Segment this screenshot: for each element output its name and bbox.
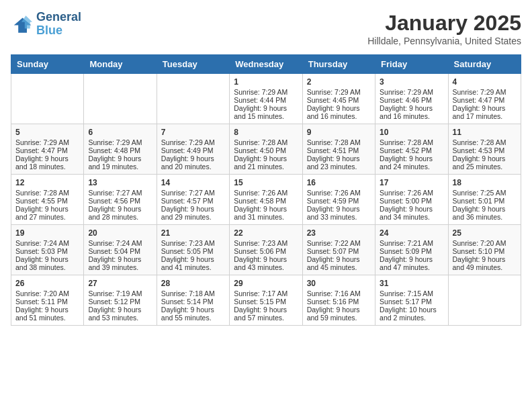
day-info-line: Daylight: 9 hours: [161, 255, 225, 263]
day-info-line: Daylight: 9 hours: [161, 205, 225, 213]
weekday-header: Tuesday: [157, 55, 229, 74]
day-number: 23: [307, 228, 371, 238]
day-info-line: and 2 minutes.: [380, 314, 443, 322]
day-number: 2: [307, 77, 371, 87]
day-number: 17: [380, 178, 443, 187]
day-number: 3: [380, 77, 443, 87]
logo-text: General Blue: [36, 11, 81, 38]
day-info-line: Daylight: 9 hours: [307, 255, 371, 263]
day-info-line: Sunset: 4:51 PM: [307, 146, 371, 154]
calendar-week-row: 1Sunrise: 7:29 AMSunset: 4:44 PMDaylight…: [11, 74, 521, 124]
day-info-line: Sunset: 4:57 PM: [161, 197, 225, 205]
day-info-line: Daylight: 9 hours: [380, 255, 443, 263]
calendar-day-cell: 28Sunrise: 7:18 AMSunset: 5:14 PMDayligh…: [157, 275, 229, 326]
calendar-day-cell: 6Sunrise: 7:29 AMSunset: 4:48 PMDaylight…: [84, 124, 157, 175]
day-info-line: Sunset: 5:15 PM: [234, 298, 298, 306]
day-info-line: Sunset: 4:46 PM: [380, 96, 443, 104]
day-info-line: Daylight: 9 hours: [453, 255, 517, 263]
day-info-line: Daylight: 9 hours: [15, 255, 79, 263]
calendar-day-cell: [157, 74, 229, 124]
day-info-line: and 24 minutes.: [380, 163, 443, 171]
calendar-day-cell: 1Sunrise: 7:29 AMSunset: 4:44 PMDaylight…: [230, 74, 302, 124]
calendar-day-cell: 11Sunrise: 7:28 AMSunset: 4:53 PMDayligh…: [448, 124, 521, 175]
page-header: General Blue January 2025 Hilldale, Penn…: [11, 11, 521, 46]
title-block: January 2025 Hilldale, Pennsylvania, Uni…: [367, 11, 521, 46]
day-info-line: Sunrise: 7:18 AM: [161, 289, 225, 298]
calendar-day-cell: 7Sunrise: 7:29 AMSunset: 4:49 PMDaylight…: [157, 124, 229, 175]
day-info-line: Sunset: 4:47 PM: [15, 146, 79, 154]
day-info-line: Sunrise: 7:21 AM: [380, 239, 443, 247]
calendar-day-cell: 30Sunrise: 7:16 AMSunset: 5:16 PMDayligh…: [302, 275, 375, 326]
day-info-line: Sunset: 4:59 PM: [307, 197, 371, 205]
day-info-line: Daylight: 9 hours: [161, 306, 225, 314]
day-info-line: Sunset: 5:03 PM: [15, 247, 79, 255]
weekday-header: Monday: [84, 55, 157, 74]
day-info-line: and 33 minutes.: [307, 213, 371, 221]
day-info-line: Daylight: 10 hours: [380, 306, 443, 314]
day-info-line: Sunset: 4:45 PM: [307, 96, 371, 104]
day-info-line: Sunrise: 7:29 AM: [380, 88, 443, 96]
day-number: 12: [15, 178, 79, 187]
day-info-line: Daylight: 9 hours: [15, 306, 79, 314]
day-info-line: Sunrise: 7:26 AM: [380, 189, 443, 197]
day-number: 9: [307, 128, 371, 137]
day-info-line: Daylight: 9 hours: [380, 154, 443, 163]
calendar-day-cell: 16Sunrise: 7:26 AMSunset: 4:59 PMDayligh…: [302, 175, 375, 225]
day-info-line: Sunset: 5:17 PM: [380, 298, 443, 306]
day-info-line: and 55 minutes.: [161, 314, 225, 322]
calendar-day-cell: [11, 74, 84, 124]
day-info-line: Sunset: 5:11 PM: [15, 298, 79, 306]
calendar-week-row: 5Sunrise: 7:29 AMSunset: 4:47 PMDaylight…: [11, 124, 521, 175]
calendar-day-cell: 18Sunrise: 7:25 AMSunset: 5:01 PMDayligh…: [448, 175, 521, 225]
day-info-line: Sunset: 4:49 PM: [161, 146, 225, 154]
day-info-line: Sunrise: 7:24 AM: [15, 239, 79, 247]
day-info-line: Sunrise: 7:20 AM: [453, 239, 517, 247]
day-info-line: Daylight: 9 hours: [234, 154, 298, 163]
day-info-line: Sunset: 5:07 PM: [307, 247, 371, 255]
calendar-day-cell: 31Sunrise: 7:15 AMSunset: 5:17 PMDayligh…: [375, 275, 448, 326]
day-info-line: and 16 minutes.: [307, 112, 371, 120]
calendar-header-row: SundayMondayTuesdayWednesdayThursdayFrid…: [11, 55, 521, 74]
calendar-table: SundayMondayTuesdayWednesdayThursdayFrid…: [11, 54, 521, 326]
day-info-line: and 31 minutes.: [234, 213, 298, 221]
day-number: 26: [15, 279, 79, 288]
day-info-line: and 47 minutes.: [380, 263, 443, 271]
day-info-line: Sunset: 4:55 PM: [15, 197, 79, 205]
day-number: 21: [161, 228, 225, 238]
day-number: 14: [161, 178, 225, 187]
day-info-line: Sunrise: 7:27 AM: [88, 189, 152, 197]
day-info-line: Sunrise: 7:26 AM: [234, 189, 298, 197]
day-info-line: Daylight: 9 hours: [307, 104, 371, 112]
day-number: 6: [88, 128, 152, 137]
day-info-line: Sunset: 5:09 PM: [380, 247, 443, 255]
calendar-day-cell: 19Sunrise: 7:24 AMSunset: 5:03 PMDayligh…: [11, 225, 84, 275]
calendar-day-cell: 24Sunrise: 7:21 AMSunset: 5:09 PMDayligh…: [375, 225, 448, 275]
day-info-line: Sunrise: 7:29 AM: [453, 88, 517, 96]
day-info-line: Sunrise: 7:28 AM: [234, 138, 298, 146]
day-info-line: Sunrise: 7:26 AM: [307, 189, 371, 197]
day-info-line: and 20 minutes.: [161, 163, 225, 171]
calendar-body: 1Sunrise: 7:29 AMSunset: 4:44 PMDaylight…: [11, 74, 521, 326]
calendar-day-cell: 10Sunrise: 7:28 AMSunset: 4:52 PMDayligh…: [375, 124, 448, 175]
day-info-line: Sunrise: 7:28 AM: [453, 138, 517, 146]
day-info-line: Daylight: 9 hours: [380, 104, 443, 112]
weekday-header: Saturday: [448, 55, 521, 74]
day-info-line: Sunset: 5:06 PM: [234, 247, 298, 255]
day-info-line: Sunset: 5:01 PM: [453, 197, 517, 205]
day-info-line: Sunset: 5:00 PM: [380, 197, 443, 205]
day-number: 20: [88, 228, 152, 238]
day-number: 8: [234, 128, 298, 137]
logo: General Blue: [11, 11, 81, 38]
calendar-day-cell: 12Sunrise: 7:28 AMSunset: 4:55 PMDayligh…: [11, 175, 84, 225]
day-number: 4: [453, 77, 517, 87]
day-number: 19: [15, 228, 79, 238]
day-info-line: Daylight: 9 hours: [234, 205, 298, 213]
weekday-header: Wednesday: [230, 55, 302, 74]
calendar-day-cell: 25Sunrise: 7:20 AMSunset: 5:10 PMDayligh…: [448, 225, 521, 275]
day-info-line: Daylight: 9 hours: [161, 154, 225, 163]
day-info-line: Daylight: 9 hours: [453, 205, 517, 213]
day-info-line: Sunset: 4:48 PM: [88, 146, 152, 154]
day-number: 30: [307, 279, 371, 288]
calendar-day-cell: 2Sunrise: 7:29 AMSunset: 4:45 PMDaylight…: [302, 74, 375, 124]
day-info-line: Sunset: 5:05 PM: [161, 247, 225, 255]
